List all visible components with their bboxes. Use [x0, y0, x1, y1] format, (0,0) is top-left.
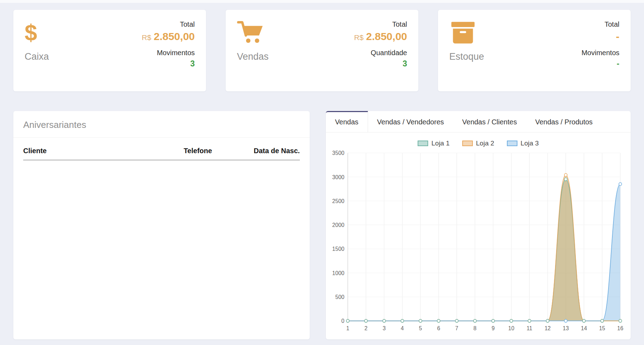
vendas-total-label: Total: [354, 19, 407, 30]
svg-text:12: 12: [545, 325, 550, 331]
loja1-label: Loja 1: [431, 139, 450, 147]
caixa-total-value: R$2.850,00: [142, 30, 195, 43]
svg-text:2: 2: [365, 325, 368, 331]
vendas-metrics: Total R$2.850,00 Quantidade 3: [354, 19, 407, 82]
svg-text:2000: 2000: [332, 222, 344, 228]
tab-vendas-vendedores[interactable]: Vendas / Vendedores: [368, 111, 453, 132]
svg-text:1500: 1500: [332, 246, 344, 252]
table-header-row: Cliente Telefone Data de Nasc.: [23, 138, 300, 160]
svg-text:11: 11: [527, 325, 532, 331]
estoque-movimentos-value: -: [581, 58, 619, 69]
column-header-data-nasc: Data de Nasc.: [244, 138, 300, 160]
caixa-total-amount: 2.850,00: [154, 31, 195, 42]
card-title-caixa: Caixa: [25, 51, 49, 62]
svg-text:16: 16: [617, 325, 623, 331]
vendas-quantidade-label: Quantidade: [354, 47, 407, 58]
svg-text:1: 1: [346, 325, 349, 331]
column-header-cliente: Cliente: [23, 138, 183, 160]
caixa-total-label: Total: [142, 19, 195, 30]
vendas-chart-panel: Vendas Vendas / Vendedores Vendas / Clie…: [326, 111, 631, 339]
caixa-left: $ Caixa: [25, 19, 49, 82]
tab-vendas-clientes[interactable]: Vendas / Clientes: [453, 111, 526, 132]
column-header-telefone: Telefone: [183, 138, 244, 160]
caixa-metrics: Total R$2.850,00 Movimentos 3: [142, 19, 195, 82]
top-edge: [0, 0, 644, 3]
cart-icon: [237, 19, 269, 46]
currency-prefix: R$: [354, 33, 363, 41]
estoque-total-value: -: [581, 30, 619, 43]
legend-item-loja2[interactable]: Loja 2: [462, 139, 494, 147]
caixa-movimentos-label: Movimentos: [142, 47, 195, 58]
vendas-left: Vendas: [237, 19, 269, 82]
dollar-icon: $: [25, 19, 49, 46]
svg-text:15: 15: [599, 325, 605, 331]
dollar-glyph: $: [25, 21, 37, 44]
tab-vendas-produtos[interactable]: Vendas / Produtos: [526, 111, 601, 132]
svg-text:3000: 3000: [332, 174, 344, 180]
svg-text:7: 7: [455, 325, 458, 331]
tab-vendas[interactable]: Vendas: [326, 111, 368, 132]
box-icon: [449, 19, 484, 46]
svg-text:1000: 1000: [332, 270, 344, 276]
stat-cards-row: $ Caixa Total R$2.850,00 Movimentos 3: [13, 10, 631, 91]
aniversariantes-panel: Aniversariantes Cliente Telefone Data de…: [13, 111, 310, 339]
estoque-total-amount: -: [616, 31, 619, 42]
estoque-left: Estoque: [449, 19, 484, 82]
svg-text:0: 0: [341, 318, 344, 324]
chart-legend: Loja 1 Loja 2 Loja 3: [326, 132, 631, 149]
dashboard-page: $ Caixa Total R$2.850,00 Movimentos 3: [0, 3, 644, 345]
loja2-swatch: [462, 141, 473, 146]
svg-text:4: 4: [401, 325, 404, 331]
chart-tabs: Vendas Vendas / Vendedores Vendas / Clie…: [326, 111, 631, 132]
loja3-swatch: [507, 141, 517, 146]
vendas-area-chart[interactable]: 0500100015002000250030003500123456789101…: [329, 149, 625, 335]
stat-card-vendas: Vendas Total R$2.850,00 Quantidade 3: [226, 10, 418, 91]
chart-area: 0500100015002000250030003500123456789101…: [326, 149, 631, 339]
svg-text:14: 14: [581, 325, 587, 331]
svg-text:8: 8: [474, 325, 477, 331]
caixa-movimentos-value: 3: [142, 58, 195, 69]
estoque-metrics: Total - Movimentos -: [581, 19, 619, 82]
legend-item-loja1[interactable]: Loja 1: [418, 139, 450, 147]
stat-card-estoque: Estoque Total - Movimentos -: [438, 10, 631, 91]
svg-text:6: 6: [437, 325, 440, 331]
estoque-total-label: Total: [581, 19, 619, 30]
stat-card-caixa: $ Caixa Total R$2.850,00 Movimentos 3: [13, 10, 206, 91]
svg-text:2500: 2500: [332, 198, 344, 204]
svg-text:500: 500: [335, 294, 344, 300]
legend-item-loja3[interactable]: Loja 3: [507, 139, 539, 147]
svg-text:10: 10: [508, 325, 514, 331]
loja1-swatch: [418, 141, 428, 146]
svg-text:13: 13: [563, 325, 569, 331]
svg-text:9: 9: [491, 325, 495, 331]
svg-text:3500: 3500: [332, 150, 344, 156]
vendas-total-amount: 2.850,00: [366, 31, 407, 42]
card-title-vendas: Vendas: [237, 51, 269, 62]
svg-text:3: 3: [382, 325, 386, 331]
card-title-estoque: Estoque: [449, 51, 484, 62]
bottom-row: Aniversariantes Cliente Telefone Data de…: [13, 111, 631, 339]
vendas-total-value: R$2.850,00: [354, 30, 407, 43]
currency-prefix: R$: [142, 33, 151, 41]
svg-text:5: 5: [419, 325, 422, 331]
aniversariantes-title: Aniversariantes: [13, 111, 310, 138]
estoque-movimentos-label: Movimentos: [581, 47, 619, 58]
loja2-label: Loja 2: [476, 139, 494, 147]
aniversariantes-table: Cliente Telefone Data de Nasc.: [23, 138, 300, 160]
vendas-quantidade-value: 3: [354, 58, 407, 69]
loja3-label: Loja 3: [521, 139, 539, 147]
